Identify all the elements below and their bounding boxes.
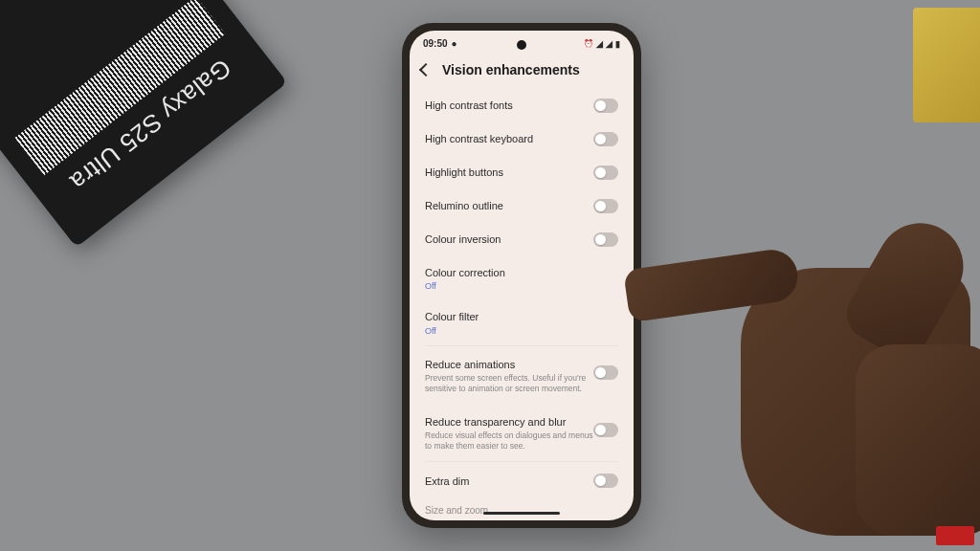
phone-device: 09:50 ● ⏰ ◢ ◢ ▮ Vision enhancements High…	[402, 23, 641, 528]
setting-label: Colour correction	[425, 266, 618, 279]
setting-label: Reduce animations	[425, 358, 593, 371]
setting-label: Reduce transparency and blur	[425, 415, 593, 429]
toggle-switch[interactable]	[593, 99, 618, 113]
human-hand	[616, 172, 980, 551]
settings-list: High contrast fonts High contrast keyboa…	[410, 89, 634, 516]
notification-icon: ●	[452, 38, 457, 49]
phone-screen: 09:50 ● ⏰ ◢ ◢ ▮ Vision enhancements High…	[410, 31, 634, 520]
toggle-switch[interactable]	[593, 199, 618, 213]
setting-label: Colour filter	[425, 310, 618, 323]
phone-camera-hole	[517, 40, 526, 50]
toggle-switch[interactable]	[593, 132, 618, 146]
toggle-switch[interactable]	[593, 232, 618, 247]
signal-icon: ◢	[606, 39, 612, 49]
setting-extra-dim[interactable]: Extra dim	[425, 462, 618, 497]
page-title: Vision enhancements	[442, 62, 580, 77]
toggle-switch[interactable]	[593, 474, 618, 488]
setting-label: Relumino outline	[425, 199, 593, 212]
setting-colour-correction[interactable]: Colour correction Off	[425, 256, 618, 300]
watermark-badge	[936, 526, 974, 545]
product-box: Galaxy S25 Ultra	[0, 0, 287, 248]
setting-label: Extra dim	[425, 474, 593, 488]
toggle-switch[interactable]	[593, 365, 618, 380]
toggle-switch[interactable]	[593, 165, 618, 180]
battery-icon: ▮	[615, 39, 620, 49]
setting-colour-filter[interactable]: Colour filter Off	[425, 300, 618, 344]
setting-label: High contrast keyboard	[425, 132, 593, 145]
back-button-icon[interactable]	[419, 63, 433, 77]
toggle-switch[interactable]	[593, 423, 618, 437]
setting-label: High contrast fonts	[425, 99, 593, 112]
setting-high-contrast-fonts[interactable]: High contrast fonts	[425, 89, 618, 122]
setting-label: Highlight buttons	[425, 165, 593, 179]
setting-status: Off	[425, 281, 618, 291]
alarm-icon: ⏰	[584, 39, 593, 48]
setting-highlight-buttons[interactable]: Highlight buttons	[425, 156, 618, 189]
setting-colour-inversion[interactable]: Colour inversion	[425, 223, 618, 256]
setting-status: Off	[425, 326, 618, 336]
setting-high-contrast-keyboard[interactable]: High contrast keyboard	[425, 122, 618, 156]
setting-description: Prevent some screen effects. Useful if y…	[425, 373, 593, 394]
setting-description: Reduce visual effects on dialogues and m…	[425, 430, 593, 452]
status-time: 09:50	[423, 38, 448, 49]
nav-bar-gesture[interactable]	[483, 512, 560, 515]
setting-reduce-transparency[interactable]: Reduce transparency and blur Reduce visu…	[425, 404, 618, 461]
wifi-icon: ◢	[596, 39, 603, 49]
background-object	[913, 8, 980, 122]
setting-reduce-animations[interactable]: Reduce animations Prevent some screen ef…	[425, 346, 618, 404]
setting-relumino-outline[interactable]: Relumino outline	[425, 189, 618, 223]
setting-label: Colour inversion	[425, 232, 593, 246]
page-header: Vision enhancements	[410, 53, 634, 89]
